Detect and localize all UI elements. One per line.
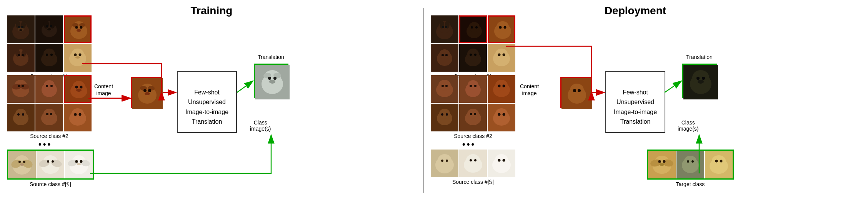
svg-point-153 — [503, 54, 505, 56]
dog-img — [459, 44, 487, 72]
dog-img — [431, 150, 458, 177]
main-container: Training — [0, 0, 868, 200]
svg-point-73 — [72, 108, 84, 119]
deployment-process-box: Few-shot Unsupervised Image-to-image Tra… — [605, 71, 665, 133]
dog-img — [488, 150, 515, 177]
svg-point-41 — [79, 54, 82, 56]
deployment-content-image — [560, 77, 591, 108]
dog-img — [431, 104, 458, 131]
svg-point-75 — [79, 113, 82, 116]
dog-img — [65, 151, 93, 178]
deployment-translation-image — [682, 64, 717, 98]
process-box-text: Few-shot Unsupervised Image-to-image Tra… — [185, 89, 228, 125]
svg-point-114 — [269, 80, 275, 84]
svg-line-121 — [237, 81, 253, 92]
svg-point-204 — [658, 160, 661, 163]
svg-point-171 — [439, 109, 450, 119]
svg-point-168 — [503, 85, 505, 87]
svg-point-97 — [80, 160, 83, 163]
svg-point-193 — [474, 159, 476, 161]
svg-point-163 — [474, 85, 476, 87]
training-content-image-label: Content image — [94, 83, 113, 97]
dog-img — [37, 151, 64, 178]
svg-point-182 — [498, 113, 501, 116]
deployment-source1-group: Source class #1 — [431, 15, 515, 79]
svg-point-225 — [696, 77, 700, 80]
lion-img — [676, 151, 704, 178]
svg-point-42 — [75, 56, 80, 59]
deployment-dots: ••• — [462, 139, 476, 150]
svg-line-232 — [665, 81, 681, 92]
deployment-target-group: Target class — [647, 150, 734, 187]
svg-point-81 — [18, 161, 21, 163]
content-label-text: Content image — [94, 83, 113, 96]
dep-content-label-text: Content image — [520, 83, 539, 96]
svg-point-128 — [445, 26, 447, 28]
dog-img — [488, 75, 515, 103]
dog-img — [459, 104, 487, 131]
svg-point-127 — [442, 26, 444, 28]
class-images-label-text: Class image(s) — [250, 119, 271, 132]
svg-point-166 — [495, 80, 508, 91]
deployment-target-label: Target class — [647, 181, 734, 187]
svg-point-211 — [691, 160, 694, 163]
dog-img — [431, 15, 458, 43]
training-process-box: Few-shot Unsupervised Image-to-image Tra… — [177, 71, 237, 133]
svg-point-70 — [50, 113, 52, 115]
dog-img — [459, 75, 487, 103]
deployment-sourceN-label: Source class #|𝕊| — [431, 179, 515, 185]
svg-point-54 — [50, 85, 53, 87]
svg-point-12 — [43, 19, 49, 29]
training-panel: Training — [0, 0, 423, 200]
svg-point-188 — [446, 160, 448, 162]
training-content-image — [131, 77, 162, 108]
svg-point-191 — [466, 154, 480, 166]
svg-point-34 — [43, 49, 55, 59]
dog-img — [7, 15, 35, 43]
svg-point-106 — [145, 92, 150, 95]
svg-point-24 — [77, 29, 81, 32]
svg-point-181 — [495, 108, 508, 119]
svg-point-192 — [470, 159, 472, 161]
svg-point-15 — [50, 25, 52, 27]
svg-point-82 — [23, 161, 25, 163]
svg-point-227 — [698, 80, 704, 84]
svg-point-177 — [470, 113, 472, 115]
lion-img — [705, 151, 733, 178]
deployment-panel: Deployment — [424, 0, 847, 200]
svg-point-162 — [470, 85, 472, 87]
svg-point-20 — [72, 23, 78, 27]
svg-point-187 — [441, 160, 443, 162]
svg-point-147 — [470, 54, 472, 56]
dog-img — [64, 104, 92, 131]
dog-img — [488, 104, 515, 131]
svg-point-53 — [46, 85, 48, 87]
svg-point-146 — [467, 49, 479, 59]
svg-point-138 — [504, 26, 506, 29]
dog-img — [64, 15, 92, 43]
svg-point-112 — [268, 77, 271, 80]
svg-point-209 — [684, 156, 696, 166]
svg-point-98 — [77, 163, 81, 165]
svg-point-142 — [441, 54, 444, 56]
svg-point-158 — [445, 85, 448, 87]
training-sourceN-group: Source class #|𝕊| — [7, 150, 94, 187]
svg-point-173 — [446, 113, 448, 116]
deployment-sourceN-group: Source class #|𝕊| — [431, 150, 515, 185]
svg-point-21 — [79, 23, 85, 27]
svg-point-89 — [47, 160, 49, 163]
svg-point-226 — [702, 77, 705, 80]
svg-point-74 — [74, 113, 77, 116]
svg-point-131 — [469, 22, 480, 32]
svg-point-30 — [18, 54, 20, 56]
svg-point-65 — [22, 113, 24, 116]
svg-point-69 — [46, 113, 48, 115]
svg-point-136 — [496, 21, 509, 32]
svg-point-59 — [80, 86, 83, 89]
svg-point-214 — [712, 155, 726, 166]
svg-point-220 — [573, 89, 576, 92]
dog-img — [431, 75, 458, 103]
svg-point-83 — [20, 163, 24, 166]
training-translation-image — [254, 64, 288, 98]
svg-point-105 — [148, 89, 151, 92]
